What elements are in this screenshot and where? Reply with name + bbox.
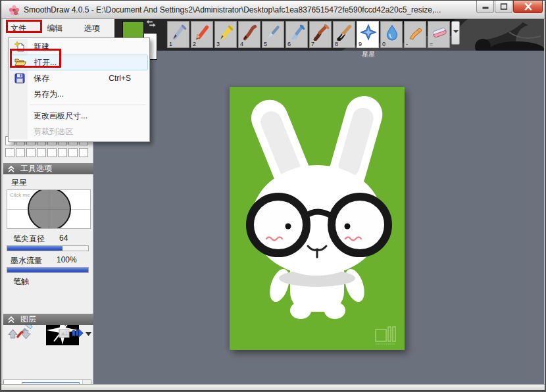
palette-swatch[interactable] — [58, 148, 67, 157]
palette-swatch[interactable] — [47, 148, 57, 157]
brush-icon — [312, 24, 330, 41]
menu-item-crop-to-selection: 剪裁到选区 — [10, 124, 148, 139]
tool-button-water-drop[interactable]: 0 — [380, 21, 403, 48]
stroke-label: 笔触 — [13, 276, 29, 287]
menu-item-save-as[interactable]: 另存为... — [10, 86, 148, 102]
eraser-icon — [431, 24, 448, 41]
window-frame-left — [1, 19, 3, 385]
palette-swatch[interactable] — [68, 148, 78, 157]
tool-button-ink-pen[interactable]: 4 — [238, 21, 261, 48]
menubar-item-edit[interactable]: 编辑(E) — [40, 19, 77, 37]
tool-button-star[interactable]: 9星星 — [357, 21, 379, 48]
tool-shortcut-key: 2 — [193, 41, 196, 47]
menu-item-resize-canvas[interactable]: 更改画板尺寸... — [10, 108, 148, 124]
move-layer-up-icon[interactable] — [7, 329, 18, 339]
ink-flow-slider[interactable] — [7, 267, 89, 273]
workspace — [93, 51, 545, 385]
tool-buttons: 123456789星星0-= — [167, 21, 450, 48]
pencil-icon — [194, 24, 211, 41]
menu-item-label: 保存 — [30, 73, 49, 84]
layer-menu-caret-icon[interactable] — [86, 332, 91, 336]
tool-shortcut-key: 8 — [335, 41, 338, 47]
canvas-watermark — [376, 327, 395, 344]
annotation-box-open-item — [10, 49, 61, 68]
smudge-finger-icon — [407, 24, 424, 41]
tool-shortcut-key: 7 — [311, 41, 314, 47]
preview-hint: Click me — [10, 192, 30, 198]
close-button[interactable] — [513, 1, 543, 13]
menu-item-label: 更改画板尺寸... — [30, 110, 87, 122]
app-window: SmoothDraw 4.0.5 - E:\Document And Setti… — [1, 0, 545, 391]
tool-shortcut-key: 3 — [216, 41, 220, 47]
nib-preview-box[interactable]: Click me — [7, 189, 91, 229]
menu-item-label: 另存为... — [30, 89, 64, 100]
palette-swatch[interactable] — [26, 148, 36, 157]
tool-button-pencil[interactable]: 2 — [191, 21, 213, 48]
tool-button-paintbrush[interactable]: 8 — [333, 21, 355, 48]
nib-size-slider[interactable] — [7, 245, 89, 251]
window-frame-right — [544, 19, 545, 385]
menu-item-shortcut: Ctrl+S — [109, 74, 131, 83]
tool-button-smudge[interactable]: - — [404, 21, 426, 48]
minimize-button[interactable] — [476, 1, 494, 13]
layer-properties-icon[interactable] — [59, 328, 70, 339]
selected-tool-caption: 星星 — [357, 50, 380, 59]
menu-item-icon-empty — [10, 110, 30, 121]
ink-pen-icon — [241, 24, 259, 41]
menu-item-save[interactable]: 保存Ctrl+S — [10, 70, 148, 86]
drawing-canvas[interactable] — [230, 87, 405, 350]
tool-button-brush[interactable]: 7 — [309, 21, 332, 48]
spray-icon — [289, 24, 306, 41]
tool-shortcut-key: 4 — [240, 41, 243, 47]
star-icon — [360, 24, 377, 41]
palette-swatch[interactable] — [5, 148, 14, 157]
tool-shortcut-key: 1 — [169, 41, 172, 47]
tool-shortcut-key: 6 — [287, 41, 291, 47]
tool-options-header[interactable]: 工具选项 — [3, 163, 93, 174]
palette-row — [5, 148, 88, 157]
move-layer-down-icon[interactable] — [20, 329, 32, 339]
ink-flow-label: 墨水流量 — [11, 255, 42, 266]
palette-swatch[interactable] — [16, 148, 25, 157]
tool-shortcut-key: 0 — [382, 41, 385, 47]
window-frame-bottom[interactable] — [1, 384, 545, 390]
tool-shortcut-key: 5 — [264, 41, 267, 47]
ink-flow-value: 100% — [57, 255, 77, 264]
tool-shortcut-key: = — [430, 41, 433, 47]
save-icon — [10, 73, 30, 84]
collapse-chevron-icon — [7, 165, 15, 173]
menu-separator — [30, 105, 145, 105]
nib-size-slider-fill — [7, 246, 62, 251]
tool-list-dropdown-button[interactable] — [451, 21, 460, 45]
palette-swatch[interactable] — [37, 148, 46, 157]
nib-size-label: 笔尖直径 — [13, 233, 45, 245]
tool-button-pen[interactable]: 1 — [167, 21, 189, 48]
menu-item-icon-empty — [10, 89, 30, 99]
menu-item-label: 剪裁到选区 — [30, 126, 73, 137]
pen-icon — [170, 24, 187, 41]
current-tool-name: 星星 — [11, 177, 27, 188]
marker-icon — [218, 24, 235, 41]
swap-colors-icon[interactable] — [146, 20, 156, 28]
tool-button-airbrush[interactable]: 5 — [262, 21, 284, 48]
water-drop-icon — [384, 24, 401, 41]
airbrush-icon — [265, 24, 282, 41]
tool-shortcut-key: - — [406, 41, 408, 47]
window-title: SmoothDraw 4.0.5 - E:\Document And Setti… — [24, 1, 441, 19]
menubar-item-options[interactable]: 选项(O) — [77, 19, 114, 37]
layer-menu-icon[interactable] — [72, 328, 85, 339]
menu-item-icon-empty — [10, 126, 30, 137]
title-bar[interactable]: SmoothDraw 4.0.5 - E:\Document And Setti… — [1, 1, 545, 19]
toolbar: 123456789星星0-= — [114, 19, 545, 51]
layers-header[interactable]: 图层 — [3, 314, 93, 325]
tool-shortcut-key: 9 — [359, 41, 362, 47]
maximize-button[interactable] — [495, 1, 512, 13]
app-logo-icon — [9, 5, 20, 16]
collapse-chevron-icon — [7, 316, 15, 324]
annotation-box-file-menu — [6, 20, 42, 33]
nib-size-value: 64 — [59, 233, 68, 243]
palette-swatch[interactable] — [79, 148, 88, 157]
tool-button-spray[interactable]: 6 — [285, 21, 308, 48]
tool-button-marker[interactable]: 3 — [214, 21, 237, 48]
tool-button-eraser[interactable]: = — [428, 21, 450, 48]
